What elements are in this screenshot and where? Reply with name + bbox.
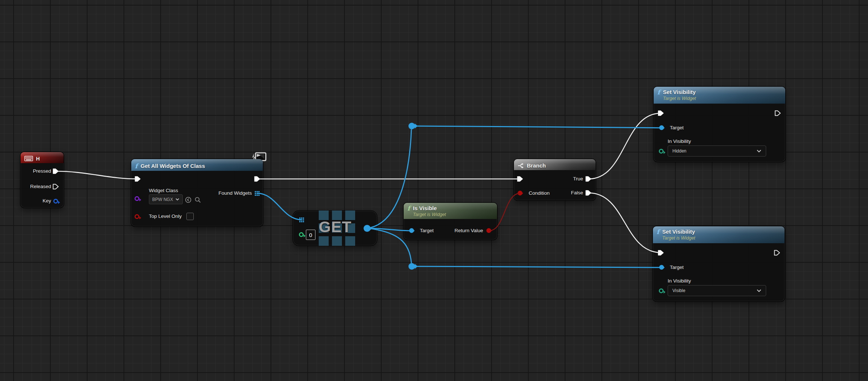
- exec-pin-out[interactable]: [774, 250, 780, 256]
- browse-search-icon[interactable]: [194, 197, 201, 203]
- in-visibility-enum-pin[interactable]: [659, 288, 664, 293]
- node-title: Set Visibility: [663, 89, 696, 96]
- wire-layer: [0, 0, 868, 381]
- node-get-all-widgets-of-class[interactable]: f Get All Widgets Of Class Widget Class …: [131, 159, 263, 226]
- chevron-down-icon: [757, 150, 761, 152]
- exec-pin-true[interactable]: [585, 176, 592, 182]
- node-array-get[interactable]: GET 0: [293, 211, 377, 245]
- index-int-pin[interactable]: [299, 232, 304, 237]
- node-title: Branch: [527, 162, 546, 169]
- node-header-key-event[interactable]: H: [21, 152, 64, 163]
- widget-class-dropdown[interactable]: BPW NGX: [149, 194, 183, 204]
- target-pin[interactable]: [659, 265, 664, 270]
- in-visibility-value: Hidden: [672, 148, 686, 154]
- index-value-box[interactable]: 0: [306, 230, 315, 240]
- reroute-node-top[interactable]: [408, 123, 418, 129]
- node-subtitle: Target is Widget: [663, 96, 696, 101]
- exec-pin-in[interactable]: [135, 176, 141, 182]
- wire-reroute-top-to-setvis-hidden-target[interactable]: [412, 126, 662, 128]
- get-watermark: GET: [319, 218, 351, 236]
- in-visibility-dropdown[interactable]: Hidden: [668, 145, 766, 157]
- top-level-only-pin[interactable]: [135, 214, 139, 219]
- exec-pin-in[interactable]: [517, 176, 523, 182]
- in-visibility-dropdown[interactable]: Visible: [668, 285, 766, 296]
- chevron-down-icon: [175, 198, 179, 201]
- exec-pin-in[interactable]: [658, 250, 664, 256]
- pin-label-in-visibility: In Visibility: [668, 278, 691, 284]
- array-input-pin[interactable]: [299, 218, 304, 222]
- widget-class-value: BPW NGX: [152, 197, 173, 202]
- pin-label-top-level-only: Top Level Only: [149, 213, 182, 219]
- condition-pin[interactable]: [518, 191, 522, 195]
- index-value: 0: [309, 232, 312, 238]
- node-header-set-visibility[interactable]: f Set Visibility Target is Widget: [653, 226, 785, 243]
- key-struct-pin[interactable]: [53, 199, 58, 204]
- pin-label-return-value: Return Value: [454, 228, 483, 233]
- wire-exec-branch-false-to-setvis-visible[interactable]: [589, 193, 662, 253]
- branch-icon: [518, 163, 524, 169]
- wire-exec-branch-true-to-setvis-hidden[interactable]: [589, 113, 661, 179]
- top-level-only-checkbox[interactable]: [186, 213, 194, 220]
- exec-pin-released[interactable]: [53, 184, 59, 190]
- pin-label-target: Target: [670, 265, 684, 270]
- function-icon: f: [657, 228, 659, 236]
- exec-pin-false[interactable]: [585, 190, 592, 196]
- pin-label-pressed: Pressed: [33, 168, 51, 174]
- node-is-visible[interactable]: f Is Visible Target is Widget Target Ret…: [404, 203, 497, 240]
- chevron-down-icon: [757, 289, 761, 292]
- node-set-visibility-hidden[interactable]: f Set Visibility Target is Widget Target…: [654, 87, 785, 162]
- pin-label-released: Released: [30, 184, 51, 189]
- pin-label-false: False: [571, 190, 583, 195]
- keyboard-icon: [24, 156, 33, 161]
- node-header-get-all-widgets[interactable]: f Get All Widgets Of Class: [131, 159, 263, 171]
- exec-pin-pressed[interactable]: [53, 168, 59, 174]
- target-pin[interactable]: [409, 228, 414, 233]
- return-value-pin[interactable]: [486, 228, 491, 233]
- pin-label-target: Target: [420, 228, 434, 233]
- node-title: H: [36, 155, 40, 162]
- target-pin[interactable]: [659, 125, 664, 130]
- exec-pin-in[interactable]: [658, 110, 664, 116]
- pin-label-key: Key: [43, 198, 51, 204]
- pin-label-true: True: [573, 176, 583, 181]
- wire-exec-pressed-to-getall[interactable]: [56, 171, 138, 179]
- node-input-key-h[interactable]: H Pressed Released Key: [21, 152, 64, 208]
- node-title: Get All Widgets Of Class: [140, 162, 205, 170]
- blueprint-graph-canvas[interactable]: { "key_event": { "title": "H", "pins": {…: [0, 0, 868, 381]
- exec-pin-out[interactable]: [254, 176, 260, 182]
- node-header-is-visible[interactable]: f Is Visible Target is Widget: [404, 203, 497, 219]
- in-visibility-enum-pin[interactable]: [659, 149, 664, 154]
- function-icon: f: [135, 162, 137, 170]
- pin-label-in-visibility: In Visibility: [668, 139, 691, 144]
- node-set-visibility-visible[interactable]: f Set Visibility Target is Widget Target…: [653, 226, 785, 301]
- pin-label-widget-class: Widget Class: [149, 188, 178, 193]
- node-title: Set Visibility: [662, 228, 695, 236]
- node-title: Is Visible: [413, 205, 446, 212]
- wire-reroute-bottom-to-setvis-visible-target[interactable]: [412, 266, 662, 267]
- node-header-branch[interactable]: Branch: [514, 159, 596, 170]
- node-branch[interactable]: Branch Condition True False: [514, 159, 596, 200]
- pin-label-condition: Condition: [529, 190, 550, 196]
- reroute-node-bottom[interactable]: [408, 263, 418, 270]
- found-widgets-array-pin[interactable]: [255, 191, 260, 196]
- exec-pin-out[interactable]: [775, 110, 781, 116]
- pin-label-found-widgets: Found Widgets: [218, 190, 252, 196]
- node-subtitle: Target is Widget: [662, 236, 695, 241]
- in-visibility-value: Visible: [672, 288, 685, 293]
- element-output-pin[interactable]: [364, 225, 371, 232]
- function-icon: f: [407, 205, 410, 212]
- node-header-set-visibility[interactable]: f Set Visibility Target is Widget: [654, 87, 785, 104]
- widget-class-pin[interactable]: [135, 196, 139, 201]
- pin-label-target: Target: [670, 125, 684, 130]
- function-icon: f: [657, 89, 660, 96]
- use-selected-icon[interactable]: [185, 197, 192, 203]
- node-subtitle: Target is Widget: [413, 212, 446, 218]
